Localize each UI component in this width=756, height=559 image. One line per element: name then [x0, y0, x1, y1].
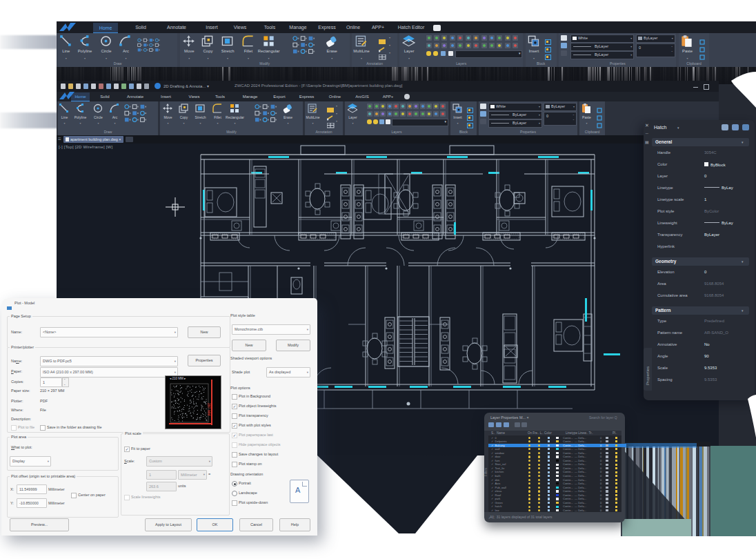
svg-text:297 MM: 297 MM: [207, 403, 211, 415]
